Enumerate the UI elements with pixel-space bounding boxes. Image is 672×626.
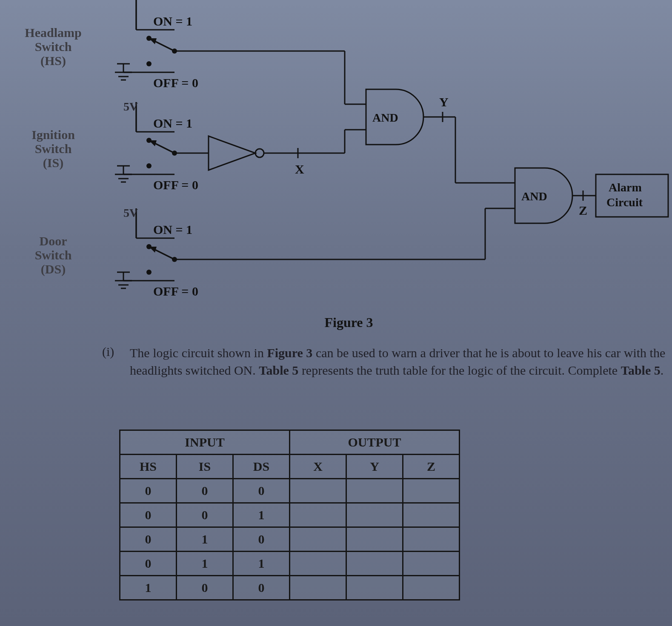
table-row: 100 [120, 576, 460, 600]
and2-label: AND [521, 190, 547, 203]
alarm-box: Alarm Circuit [596, 174, 668, 217]
and-gate-2: AND Z [455, 117, 596, 259]
is-sub: Switch [15, 142, 92, 156]
is-on: ON = 1 [153, 116, 192, 130]
col-ds: DS [233, 455, 290, 479]
col-hs: HS [120, 455, 177, 479]
hs-on: ON = 1 [153, 14, 192, 28]
switch-ds: 5V ON = 1 OFF = 0 [115, 206, 485, 298]
hs-5v: 5V [123, 0, 138, 3]
hs-code: (HS) [15, 54, 92, 68]
ds-code: (DS) [15, 262, 92, 276]
and1-label: AND [372, 111, 398, 124]
ds-on: ON = 1 [153, 222, 192, 236]
page: Headlamp Switch (HS) Ignition Switch (IS… [0, 0, 672, 626]
signal-y: Y [439, 95, 449, 109]
question-paragraph: The logic circuit shown in Figure 3 can … [130, 344, 666, 379]
circuit-diagram: 5V ON = 1 OFF = 0 [106, 4, 672, 319]
col-x: X [290, 455, 346, 479]
hs-sub: Switch [15, 40, 92, 54]
table-row: 001 [120, 503, 460, 527]
ds-name: Door [15, 234, 92, 248]
svg-point-4 [146, 61, 152, 66]
is-code: (IS) [15, 156, 92, 170]
hs-off: OFF = 0 [153, 76, 198, 90]
is-5v: 5V [123, 100, 138, 113]
ds-sub: Switch [15, 248, 92, 262]
alarm-l1: Alarm [609, 181, 642, 194]
and-gate-1: AND Y [345, 51, 455, 153]
label-ds: Door Switch (DS) [15, 234, 92, 276]
table-row: 000 [120, 479, 460, 503]
switch-is: 5V ON = 1 OFF = 0 [115, 100, 209, 192]
col-z: Z [403, 455, 460, 479]
circuit-svg: 5V ON = 1 OFF = 0 [106, 4, 672, 319]
item-marker: (i) [102, 344, 114, 359]
svg-marker-42 [209, 136, 255, 170]
truth-header-groups: INPUT OUTPUT [120, 430, 460, 455]
truth-table: INPUT OUTPUT HS IS DS X Y Z 000 001 010 [119, 430, 460, 600]
ds-5v: 5V [123, 206, 138, 219]
signal-z: Z [579, 203, 587, 217]
alarm-l2: Circuit [606, 196, 643, 209]
ds-off: OFF = 0 [153, 284, 198, 298]
svg-marker-25 [149, 140, 157, 146]
col-y: Y [346, 455, 403, 479]
is-name: Ignition [15, 128, 92, 142]
svg-point-18 [146, 163, 152, 168]
switch-hs: 5V ON = 1 OFF = 0 [115, 0, 345, 90]
hs-name: Headlamp [15, 26, 92, 40]
label-hs: Headlamp Switch (HS) [15, 26, 92, 68]
svg-point-32 [146, 270, 152, 275]
input-header: INPUT [120, 430, 290, 455]
label-is: Ignition Switch (IS) [15, 128, 92, 170]
svg-marker-39 [149, 247, 157, 253]
output-header: OUTPUT [290, 430, 460, 455]
figure-caption: Figure 3 [26, 315, 672, 330]
col-is: IS [177, 455, 233, 479]
table-row: 011 [120, 552, 460, 576]
truth-header-cols: HS IS DS X Y Z [120, 455, 460, 479]
signal-x: X [295, 162, 304, 176]
table-row: 010 [120, 527, 460, 552]
is-off: OFF = 0 [153, 178, 198, 192]
not-gate: X [209, 136, 345, 176]
svg-marker-11 [149, 38, 157, 44]
sheet: Headlamp Switch (HS) Ignition Switch (IS… [26, 4, 672, 626]
